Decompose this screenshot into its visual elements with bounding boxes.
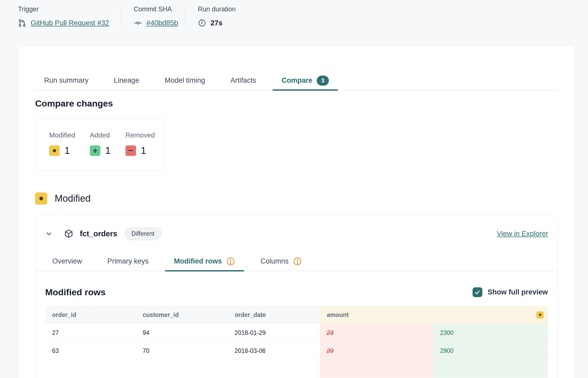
modified-group-header: Modified: [35, 192, 558, 205]
commit-stat: Commit SHA #40bd85b: [134, 5, 185, 27]
trigger-link[interactable]: GitHub Pull Request #32: [31, 19, 109, 27]
tab-model-timing[interactable]: Model timing: [156, 72, 214, 91]
added-stat-label: Added: [90, 131, 111, 139]
table-row: 27 94 2018-01-29 23 2300: [45, 324, 548, 342]
modified-icon: [35, 192, 47, 205]
table-row: [45, 360, 548, 378]
divider: [121, 6, 121, 27]
duration-label: Run duration: [198, 5, 236, 13]
removed-stat-label: Removed: [125, 131, 155, 139]
model-name: fct_orders: [80, 229, 117, 238]
cell-order-date: 2018-01-29: [228, 324, 320, 342]
added-count: 1: [105, 145, 111, 156]
tab-columns[interactable]: Columns: [251, 252, 311, 271]
cell-amount-new: 2300: [433, 324, 548, 342]
clock-icon: [198, 19, 206, 27]
cell-order-id: 27: [45, 324, 136, 342]
duration-value: 27s: [211, 19, 222, 27]
cell-amount-old: 29: [320, 342, 433, 360]
run-detail-card: Run summary Lineage Model timing Artifac…: [18, 45, 575, 378]
cell-order-id: 63: [45, 342, 136, 360]
model-tabs: Overview Primary keys Modified rows Colu…: [35, 252, 558, 271]
show-full-preview-label: Show full preview: [488, 288, 548, 296]
removed-count: 1: [141, 145, 146, 156]
pull-request-icon: [18, 19, 26, 27]
tab-overview[interactable]: Overview: [43, 252, 91, 271]
modified-icon: [49, 145, 60, 156]
added-stat: Added + 1: [90, 131, 111, 156]
divider: [185, 6, 185, 27]
column-header: order_id: [45, 306, 136, 324]
show-full-preview-toggle[interactable]: Show full preview: [473, 287, 548, 297]
modified-stat-label: Modified: [49, 131, 75, 139]
model-card-fct-orders: fct_orders Different View in Explorer Ov…: [35, 216, 558, 378]
compare-summary-card: Modified 1 Added + 1 Removed − 1: [35, 119, 165, 171]
removed-icon: −: [125, 145, 136, 156]
compare-changes-heading: Compare changes: [35, 98, 558, 109]
table-header-row: order_id customer_id order_date amount: [45, 306, 548, 324]
tab-compare[interactable]: Compare 3: [273, 72, 338, 91]
warning-icon: [293, 257, 302, 266]
modified-group-title: Modified: [55, 193, 91, 204]
status-badge: Different: [124, 227, 162, 240]
commit-link[interactable]: #40bd85b: [146, 19, 178, 27]
compare-count-badge: 3: [317, 76, 329, 86]
trigger-label: Trigger: [18, 5, 121, 13]
table-row: 63 70 2018-03-06 29 2900: [45, 342, 548, 360]
warning-icon: [226, 257, 235, 266]
run-tabs: Run summary Lineage Model timing Artifac…: [35, 72, 558, 90]
trigger-stat: Trigger GitHub Pull Request #32: [18, 5, 121, 27]
modified-rows-panel-header: Modified rows Show full preview: [45, 287, 548, 297]
tab-artifacts[interactable]: Artifacts: [221, 72, 265, 91]
modified-rows-table: order_id customer_id order_date amount 2…: [45, 306, 548, 378]
modified-rows-heading: Modified rows: [45, 287, 106, 297]
modified-column-marker-icon: [536, 311, 544, 319]
modified-stat: Modified 1: [49, 131, 75, 156]
tab-primary-keys[interactable]: Primary keys: [99, 252, 158, 271]
tab-lineage[interactable]: Lineage: [105, 72, 148, 91]
view-in-explorer-link[interactable]: View in Explorer: [497, 230, 548, 238]
column-header: customer_id: [136, 306, 228, 324]
model-header-row: fct_orders Different View in Explorer: [35, 216, 558, 240]
modified-count: 1: [64, 145, 70, 156]
tab-run-summary[interactable]: Run summary: [35, 72, 97, 91]
added-icon: +: [90, 145, 100, 156]
cell-order-date: 2018-03-06: [228, 342, 320, 360]
checkbox-checked-icon[interactable]: [473, 287, 482, 297]
cell-amount-new: 2900: [433, 342, 548, 360]
model-cube-icon: [64, 229, 73, 238]
commit-label: Commit SHA: [134, 5, 185, 13]
run-header: Trigger GitHub Pull Request #32 Commit S…: [0, 0, 588, 27]
cell-amount-old: 23: [320, 324, 433, 342]
tab-modified-rows[interactable]: Modified rows: [165, 252, 244, 271]
chevron-down-icon[interactable]: [45, 230, 53, 238]
column-header: order_date: [228, 306, 320, 324]
cell-customer-id: 94: [136, 324, 228, 342]
column-header-amount: amount: [320, 306, 548, 324]
cell-customer-id: 70: [136, 342, 228, 360]
removed-stat: Removed − 1: [125, 131, 155, 156]
duration-stat: Run duration 27s: [198, 5, 236, 27]
commit-icon: [134, 19, 142, 27]
